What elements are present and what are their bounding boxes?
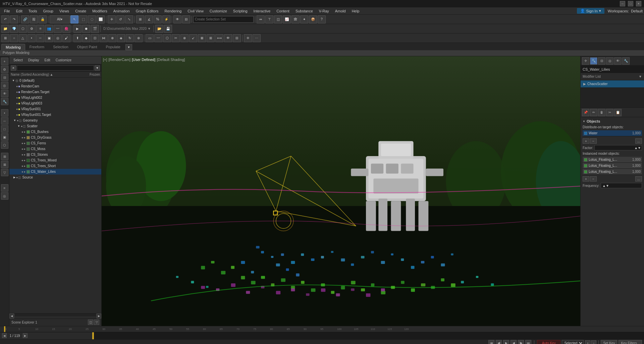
prev-frame-btn[interactable]: ◀: [2, 333, 7, 338]
modify-icon-btn[interactable]: ✏: [590, 109, 597, 116]
menu-views[interactable]: Views: [57, 8, 72, 14]
generate-topo-btn[interactable]: ⊟: [233, 34, 241, 42]
motion-icon[interactable]: ◎: [1, 82, 8, 89]
relax-btn[interactable]: 〰: [154, 34, 162, 42]
se-tab-customize[interactable]: Customize: [54, 58, 73, 62]
tab-modeling[interactable]: Modeling: [1, 44, 25, 50]
quad-btn[interactable]: ⊠: [1, 161, 8, 168]
create-icon[interactable]: +: [1, 58, 8, 65]
vp-userdefined-label[interactable]: [User Defined]: [132, 58, 155, 62]
dist-add-btn[interactable]: +: [583, 138, 589, 144]
scene-exp-toggle[interactable]: ≡: [1, 184, 8, 192]
flip-btn[interactable]: ⟺: [215, 34, 223, 42]
undo-button[interactable]: ↶: [1, 15, 9, 23]
col-name-header[interactable]: Name (Sorted Ascending) ▲: [11, 73, 83, 76]
attach-btn[interactable]: ⊞: [207, 34, 215, 42]
col-frozen-header[interactable]: Frozen: [83, 73, 100, 76]
tree-item-csferns[interactable]: ● ● CS_Ferns: [9, 140, 101, 146]
tab-more-button[interactable]: ▼: [125, 44, 132, 50]
vertex-btn[interactable]: •: [28, 34, 36, 42]
move-button[interactable]: ✛: [108, 15, 116, 23]
hierarchy-mode-icon[interactable]: ⊟: [598, 57, 605, 65]
objects-section-arrow[interactable]: ▼: [583, 120, 585, 123]
menu-vray[interactable]: V-Ray: [316, 8, 332, 14]
tree-item-vraysun-target[interactable]: ● ■ VRaySun001.Target: [9, 112, 101, 118]
next-frame-btn[interactable]: ▶: [23, 333, 28, 338]
tab-populate[interactable]: Populate: [101, 44, 124, 50]
symmetry-btn[interactable]: ⬡: [163, 34, 171, 42]
sub-obj-btn[interactable]: △: [19, 34, 27, 42]
chamfer-btn[interactable]: ◈: [117, 34, 125, 42]
clear-search-button[interactable]: ✕: [11, 65, 16, 71]
make-planar-btn[interactable]: ▭: [146, 34, 154, 42]
inst-options-btn[interactable]: ...: [635, 176, 642, 182]
inset-btn[interactable]: ⊡: [91, 34, 99, 42]
se-tab-select[interactable]: Select: [11, 58, 25, 62]
snap-left[interactable]: ⊞: [1, 153, 8, 160]
auto-key-button[interactable]: Auto Key: [537, 340, 560, 344]
tree-item-cstreesmixed[interactable]: ● ● CS_Trees_Mixed: [9, 157, 101, 163]
container-button[interactable]: 📦: [309, 15, 317, 23]
timeline-track[interactable]: [92, 332, 644, 339]
tree-item-scatter[interactable]: ▼ ● ◫ Scatter: [9, 123, 101, 129]
frequency-spinner[interactable]: ▲▼: [601, 183, 642, 188]
tree-item-layer0[interactable]: ▼ ◎ 0 (default): [9, 78, 101, 83]
cut-btn[interactable]: ✂: [172, 34, 180, 42]
select-region-button[interactable]: ⬚: [79, 15, 87, 23]
save-btn[interactable]: 💾: [164, 25, 172, 33]
select-lasso-button[interactable]: ◌: [88, 15, 96, 23]
utilities-icon[interactable]: 🔧: [1, 98, 8, 105]
scroll-track[interactable]: [15, 314, 96, 316]
rotate-button[interactable]: ↺: [116, 15, 124, 23]
se-tab-display[interactable]: Display: [26, 58, 41, 62]
menu-create[interactable]: Create: [72, 8, 89, 14]
menu-arnold[interactable]: Arnold: [332, 8, 348, 14]
menu-tools[interactable]: Tools: [26, 8, 40, 14]
filter-btn[interactable]: ▽: [94, 320, 99, 325]
bridge-btn[interactable]: ⋈: [100, 34, 108, 42]
loop-btn[interactable]: ↻: [126, 34, 134, 42]
poly-sub-obj[interactable]: ▣: [1, 133, 8, 141]
hair-btn[interactable]: 〰: [54, 25, 62, 33]
inst-item-3[interactable]: Lotus_Floating_L... 1,000: [583, 169, 642, 175]
menu-substance[interactable]: Substance: [293, 8, 316, 14]
snap-3d-btn[interactable]: ⊞: [1, 34, 9, 42]
collapse-btn[interactable]: ↙: [189, 34, 197, 42]
path-btn[interactable]: 📁: [1, 25, 9, 33]
viewport[interactable]: [+] [RenderCam] [User Defined] [Default …: [102, 56, 580, 326]
more-tools-btn[interactable]: ⋯: [253, 34, 261, 42]
tree-item-cswaterlilies[interactable]: ● ● CS_Water_Lilies: [9, 169, 101, 175]
menu-animation[interactable]: Animation: [111, 8, 132, 14]
tree-item-vraylight003[interactable]: ● ■ VRayLight003: [9, 100, 101, 106]
paint-deform-btn[interactable]: 🖌: [62, 34, 70, 42]
vp-camera-label[interactable]: [RenderCam]: [109, 58, 130, 62]
asset-btn[interactable]: 💎: [10, 25, 18, 33]
utilities-mode-icon[interactable]: 🔧: [622, 57, 630, 65]
tree-item-rendercam[interactable]: ● ■ RenderCam: [9, 83, 101, 89]
edge-btn[interactable]: ─: [36, 34, 44, 42]
detach-btn[interactable]: ⊠: [198, 34, 206, 42]
minimize-button[interactable]: ─: [620, 1, 625, 6]
tree-item-rendercam-target[interactable]: ● ■ RenderCam.Target: [9, 89, 101, 95]
pin-icon[interactable]: 📌: [582, 109, 589, 116]
menu-content[interactable]: Content: [274, 8, 292, 14]
edge-sub-obj[interactable]: ─: [1, 117, 8, 125]
link-button[interactable]: 🔗: [21, 15, 29, 23]
scroll-left-btn[interactable]: ◀: [9, 314, 14, 319]
physique-btn[interactable]: ⚙: [28, 25, 36, 33]
inst-remove-btn[interactable]: −: [590, 176, 597, 182]
connect-btn[interactable]: ⊕: [108, 34, 116, 42]
vp-shading-label[interactable]: [Default Shading]: [157, 58, 185, 62]
element-sub-obj[interactable]: ⬡: [1, 141, 8, 149]
menu-modifiers[interactable]: Modifiers: [90, 8, 110, 14]
spinner-snap-button[interactable]: ⚡: [162, 15, 170, 23]
tree-item-cstreesshort[interactable]: ● ● CS_Trees_Short: [9, 163, 101, 169]
xref-button[interactable]: ✦: [300, 15, 308, 23]
maximize-button[interactable]: □: [628, 1, 633, 6]
schematic-button[interactable]: 🕸: [291, 15, 300, 23]
select-paint-button[interactable]: ⬜: [97, 15, 105, 23]
percent-snap-button[interactable]: %: [154, 15, 162, 23]
cloth-btn[interactable]: 🧶: [62, 25, 70, 33]
face-btn[interactable]: ▣: [45, 34, 53, 42]
record-btn[interactable]: ⏺: [82, 25, 90, 33]
